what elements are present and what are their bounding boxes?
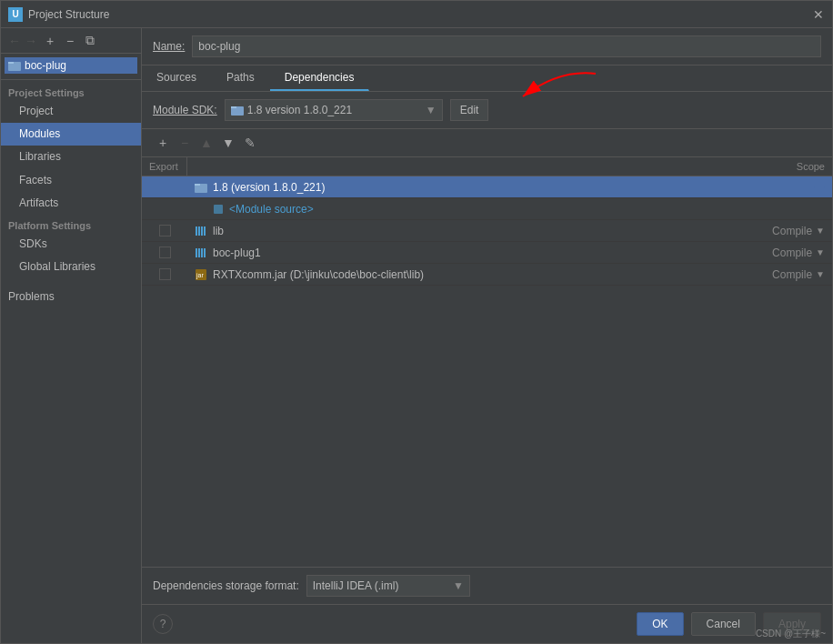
remove-module-button[interactable]: −	[61, 32, 79, 50]
dep-toolbar: + − ▲ ▼ ✎	[142, 129, 832, 157]
dep-remove-button[interactable]: −	[175, 133, 195, 153]
dep-checkbox-jar[interactable]	[159, 268, 171, 280]
dep-row-jdk[interactable]: 1.8 (version 1.8.0_221)	[142, 176, 832, 198]
sidebar-item-artifacts[interactable]: Artifacts	[1, 192, 141, 215]
dep-row-jar[interactable]: jar RXTXcomm.jar (D:\jinku\code\boc-clie…	[142, 264, 832, 286]
tab-dependencies[interactable]: Dependencies	[270, 65, 370, 91]
dep-up-button[interactable]: ▲	[196, 133, 216, 153]
dep-scope-lib: Compile ▼	[741, 223, 832, 239]
project-settings-section: Project Settings	[1, 82, 141, 100]
dep-row-module-source[interactable]: <Module source>	[142, 198, 832, 220]
sidebar-item-global-libraries[interactable]: Global Libraries	[1, 256, 141, 278]
sidebar-item-problems[interactable]: Problems	[1, 286, 141, 308]
dep-row-lib[interactable]: lib Compile ▼	[142, 220, 832, 242]
dep-name-jdk: 1.8 (version 1.8.0_221)	[187, 179, 741, 196]
tabs: Sources Paths Dependencies	[142, 65, 832, 92]
svg-rect-1	[8, 62, 14, 64]
name-row: Name:	[142, 28, 832, 65]
cancel-button[interactable]: Cancel	[691, 612, 756, 636]
dep-name-module-source: <Module source>	[187, 201, 741, 217]
dep-add-button[interactable]: +	[153, 133, 173, 153]
jar-icon: jar	[195, 268, 207, 281]
dep-export-jar	[142, 267, 187, 282]
tab-sources[interactable]: Sources	[142, 65, 212, 91]
sidebar-item-libraries[interactable]: Libraries	[1, 146, 141, 168]
name-label: Name:	[153, 40, 185, 53]
sdk-dropdown-arrow: ▼	[426, 104, 437, 116]
sidebar-nav: ← → + − ⧉	[1, 28, 141, 54]
scope-badge-jdk	[814, 186, 825, 188]
module-folder-icon	[8, 59, 21, 72]
sidebar: ← → + − ⧉ boc-plug Project Settings	[1, 28, 142, 643]
dep-row-boc-plug1[interactable]: boc-plug1 Compile ▼	[142, 242, 832, 264]
dep-down-button[interactable]: ▼	[218, 133, 238, 153]
sidebar-item-sdks[interactable]: SDKs	[1, 233, 141, 256]
lib-icon-2	[195, 247, 207, 259]
svg-rect-15	[204, 248, 206, 257]
module-item-boc-plug[interactable]: boc-plug	[5, 57, 137, 74]
storage-dropdown[interactable]: IntelliJ IDEA (.iml) ▼	[306, 575, 470, 597]
nav-back-arrow[interactable]: ←	[8, 34, 21, 48]
dep-name-lib: lib	[187, 223, 741, 239]
svg-text:jar: jar	[196, 272, 204, 279]
dep-export-jdk	[142, 186, 187, 189]
scope-dropdown-boc-plug1[interactable]: ▼	[816, 247, 825, 257]
sdk-dropdown[interactable]: 1.8 version 1.8.0_221 ▼	[225, 99, 443, 121]
window-body: ← → + − ⧉ boc-plug Project Settings	[1, 28, 832, 643]
sdk-icon	[195, 181, 207, 194]
sdk-folder-icon	[231, 104, 244, 116]
name-input[interactable]	[192, 35, 821, 57]
close-button[interactable]: ✕	[812, 8, 825, 21]
dep-checkbox-lib[interactable]	[159, 225, 171, 236]
dep-name-jar: jar RXTXcomm.jar (D:\jinku\code\boc-clie…	[187, 267, 741, 283]
dep-scope-jar: Compile ▼	[741, 267, 832, 283]
scope-text-jar: Compile	[772, 268, 812, 281]
nav-forward-arrow[interactable]: →	[25, 34, 37, 48]
dep-scope-boc-plug1: Compile ▼	[741, 245, 832, 261]
svg-rect-14	[201, 248, 203, 257]
sdk-label: Module SDK:	[153, 104, 217, 116]
help-button[interactable]: ?	[153, 614, 173, 634]
sidebar-item-modules[interactable]: Modules	[1, 123, 141, 146]
dep-table: Export Scope 1.8 (version 1.8.0_221)	[142, 157, 832, 567]
scope-dropdown-lib[interactable]: ▼	[816, 226, 825, 236]
source-icon	[213, 204, 224, 215]
scope-dropdown-jar[interactable]: ▼	[816, 269, 825, 279]
svg-rect-6	[195, 184, 200, 186]
add-module-button[interactable]: +	[41, 32, 59, 50]
dep-header-name	[187, 157, 741, 176]
dep-header-export: Export	[142, 157, 187, 176]
svg-rect-8	[196, 226, 197, 236]
dep-header-scope: Scope	[741, 157, 832, 176]
dep-table-header: Export Scope	[142, 157, 832, 176]
title-bar-text: Project Structure	[28, 8, 812, 21]
watermark: CSDN @王子様~	[756, 628, 826, 640]
svg-rect-12	[196, 248, 197, 257]
dep-export-boc-plug1	[142, 245, 187, 260]
svg-rect-3	[231, 106, 236, 108]
dep-checkbox-boc-plug1[interactable]	[159, 247, 171, 258]
module-name: boc-plug	[25, 59, 66, 72]
module-list: boc-plug	[1, 54, 141, 77]
sdk-row: Module SDK: 1.8 version 1.8.0_221 ▼ Edit	[142, 92, 832, 129]
sidebar-item-project[interactable]: Project	[1, 100, 141, 123]
copy-module-button[interactable]: ⧉	[81, 32, 99, 50]
dep-edit-button[interactable]: ✎	[240, 133, 260, 153]
ok-button[interactable]: OK	[637, 612, 683, 636]
sidebar-item-facets[interactable]: Facets	[1, 169, 141, 192]
tab-paths[interactable]: Paths	[212, 65, 270, 91]
dep-name-boc-plug1: boc-plug1	[187, 245, 741, 261]
edit-button[interactable]: Edit	[450, 99, 489, 121]
storage-format-row: Dependencies storage format: IntelliJ ID…	[142, 567, 832, 604]
lib-icon	[195, 225, 207, 237]
platform-settings-section: Platform Settings	[1, 215, 141, 233]
storage-value: IntelliJ IDEA (.iml)	[313, 579, 449, 592]
storage-label: Dependencies storage format:	[153, 579, 299, 592]
main-content: Name: Sources Paths Dependencies Module …	[142, 28, 832, 643]
svg-rect-11	[204, 226, 206, 236]
dep-scope-module-source	[741, 207, 832, 211]
svg-rect-7	[214, 205, 223, 214]
scope-text-boc-plug1: Compile	[772, 247, 812, 259]
storage-dropdown-arrow: ▼	[453, 579, 464, 592]
svg-rect-9	[198, 226, 200, 236]
